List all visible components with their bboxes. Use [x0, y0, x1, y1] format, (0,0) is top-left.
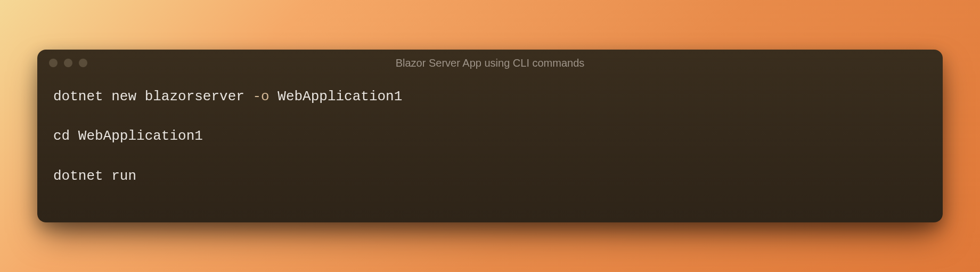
terminal-line: dotnet new blazorserver -o WebApplicatio…	[53, 87, 927, 106]
command-text: dotnet new blazorserver	[53, 89, 252, 105]
command-flag: -o	[252, 89, 269, 105]
title-bar: Blazor Server App using CLI commands	[37, 50, 943, 76]
traffic-lights	[49, 59, 87, 67]
window-title: Blazor Server App using CLI commands	[396, 57, 585, 69]
command-text: cd WebApplication1	[53, 128, 203, 144]
command-text: dotnet run	[53, 168, 136, 184]
terminal-line: cd WebApplication1	[53, 126, 927, 146]
terminal-line: dotnet run	[53, 166, 927, 186]
close-icon[interactable]	[49, 59, 58, 67]
minimize-icon[interactable]	[64, 59, 72, 67]
terminal-body[interactable]: dotnet new blazorserver -o WebApplicatio…	[37, 76, 943, 222]
maximize-icon[interactable]	[79, 59, 87, 67]
terminal-window: Blazor Server App using CLI commands dot…	[37, 50, 943, 222]
command-text: WebApplication1	[270, 89, 403, 105]
